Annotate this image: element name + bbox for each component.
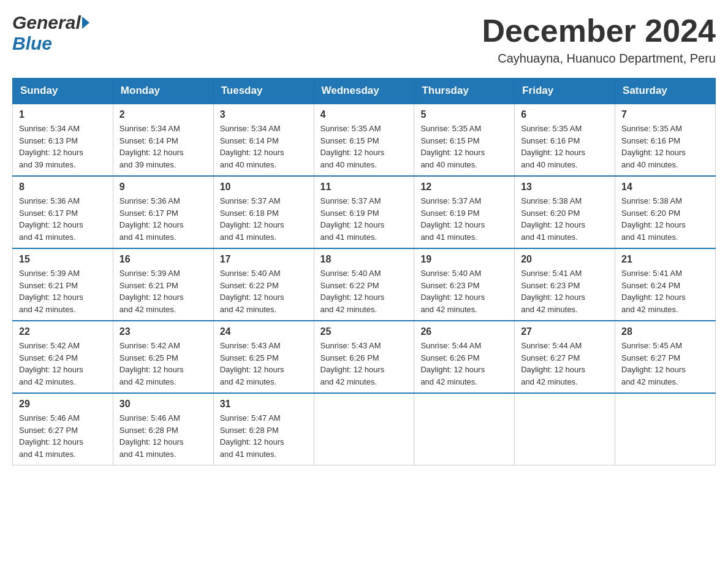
col-header-thursday: Thursday xyxy=(414,79,515,104)
logo-blue-text: Blue xyxy=(12,33,52,53)
day-number: 27 xyxy=(521,326,609,337)
day-number: 26 xyxy=(420,326,508,337)
calendar-cell: 4 Sunrise: 5:35 AMSunset: 6:15 PMDayligh… xyxy=(314,104,414,176)
calendar-cell: 28 Sunrise: 5:45 AMSunset: 6:27 PMDaylig… xyxy=(615,321,716,393)
day-number: 21 xyxy=(621,254,709,265)
calendar-cell: 22 Sunrise: 5:42 AMSunset: 6:24 PMDaylig… xyxy=(13,321,113,393)
day-info: Sunrise: 5:40 AMSunset: 6:22 PMDaylight:… xyxy=(220,267,308,315)
calendar-cell: 16 Sunrise: 5:39 AMSunset: 6:21 PMDaylig… xyxy=(113,248,213,321)
day-number: 9 xyxy=(119,182,207,193)
calendar-cell: 23 Sunrise: 5:42 AMSunset: 6:25 PMDaylig… xyxy=(113,321,213,393)
day-number: 15 xyxy=(19,254,107,265)
calendar-cell: 5 Sunrise: 5:35 AMSunset: 6:15 PMDayligh… xyxy=(414,104,515,176)
page-header: General Blue December 2024 Cayhuayna, Hu… xyxy=(12,12,716,66)
month-title: December 2024 xyxy=(482,12,716,49)
calendar-cell: 3 Sunrise: 5:34 AMSunset: 6:14 PMDayligh… xyxy=(213,104,314,176)
logo-arrow-icon xyxy=(82,17,89,29)
calendar-cell: 13 Sunrise: 5:38 AMSunset: 6:20 PMDaylig… xyxy=(515,176,615,248)
calendar-cell: 8 Sunrise: 5:36 AMSunset: 6:17 PMDayligh… xyxy=(13,176,113,248)
calendar-cell: 6 Sunrise: 5:35 AMSunset: 6:16 PMDayligh… xyxy=(515,104,615,176)
day-info: Sunrise: 5:34 AMSunset: 6:13 PMDaylight:… xyxy=(19,123,107,170)
calendar-week-5: 29 Sunrise: 5:46 AMSunset: 6:27 PMDaylig… xyxy=(13,393,716,465)
day-number: 14 xyxy=(621,182,709,193)
day-number: 30 xyxy=(119,399,207,410)
calendar-cell: 2 Sunrise: 5:34 AMSunset: 6:14 PMDayligh… xyxy=(113,104,213,176)
col-header-friday: Friday xyxy=(515,79,615,104)
day-info: Sunrise: 5:37 AMSunset: 6:18 PMDaylight:… xyxy=(220,195,308,243)
day-number: 25 xyxy=(320,326,408,337)
day-number: 4 xyxy=(320,109,408,120)
day-number: 24 xyxy=(220,326,308,337)
calendar-cell: 24 Sunrise: 5:43 AMSunset: 6:25 PMDaylig… xyxy=(213,321,314,393)
day-info: Sunrise: 5:46 AMSunset: 6:27 PMDaylight:… xyxy=(19,412,107,460)
day-number: 2 xyxy=(119,109,207,120)
calendar-cell: 7 Sunrise: 5:35 AMSunset: 6:16 PMDayligh… xyxy=(615,104,716,176)
calendar-week-4: 22 Sunrise: 5:42 AMSunset: 6:24 PMDaylig… xyxy=(13,321,716,393)
day-number: 28 xyxy=(621,326,709,337)
day-info: Sunrise: 5:36 AMSunset: 6:17 PMDaylight:… xyxy=(19,195,107,243)
calendar-cell: 27 Sunrise: 5:44 AMSunset: 6:27 PMDaylig… xyxy=(515,321,615,393)
day-info: Sunrise: 5:43 AMSunset: 6:26 PMDaylight:… xyxy=(320,340,408,388)
day-number: 3 xyxy=(220,109,308,120)
calendar-cell: 19 Sunrise: 5:40 AMSunset: 6:23 PMDaylig… xyxy=(414,248,515,321)
day-info: Sunrise: 5:35 AMSunset: 6:15 PMDaylight:… xyxy=(420,123,508,170)
calendar-cell xyxy=(314,393,414,465)
day-number: 20 xyxy=(521,254,609,265)
day-number: 11 xyxy=(320,182,408,193)
day-info: Sunrise: 5:44 AMSunset: 6:27 PMDaylight:… xyxy=(521,340,609,388)
day-info: Sunrise: 5:37 AMSunset: 6:19 PMDaylight:… xyxy=(420,195,508,243)
day-info: Sunrise: 5:36 AMSunset: 6:17 PMDaylight:… xyxy=(119,195,207,243)
day-info: Sunrise: 5:44 AMSunset: 6:26 PMDaylight:… xyxy=(420,340,508,388)
calendar-cell: 14 Sunrise: 5:38 AMSunset: 6:20 PMDaylig… xyxy=(615,176,716,248)
day-info: Sunrise: 5:47 AMSunset: 6:28 PMDaylight:… xyxy=(220,412,308,460)
calendar-cell: 31 Sunrise: 5:47 AMSunset: 6:28 PMDaylig… xyxy=(213,393,314,465)
day-info: Sunrise: 5:38 AMSunset: 6:20 PMDaylight:… xyxy=(521,195,609,243)
day-info: Sunrise: 5:41 AMSunset: 6:23 PMDaylight:… xyxy=(521,267,609,315)
calendar-cell: 30 Sunrise: 5:46 AMSunset: 6:28 PMDaylig… xyxy=(113,393,213,465)
calendar-cell: 1 Sunrise: 5:34 AMSunset: 6:13 PMDayligh… xyxy=(13,104,113,176)
day-info: Sunrise: 5:38 AMSunset: 6:20 PMDaylight:… xyxy=(621,195,709,243)
day-info: Sunrise: 5:42 AMSunset: 6:24 PMDaylight:… xyxy=(19,340,107,388)
calendar-cell: 17 Sunrise: 5:40 AMSunset: 6:22 PMDaylig… xyxy=(213,248,314,321)
day-info: Sunrise: 5:35 AMSunset: 6:16 PMDaylight:… xyxy=(621,123,709,170)
day-info: Sunrise: 5:39 AMSunset: 6:21 PMDaylight:… xyxy=(19,267,107,315)
col-header-saturday: Saturday xyxy=(615,79,716,104)
day-number: 12 xyxy=(420,182,508,193)
day-info: Sunrise: 5:45 AMSunset: 6:27 PMDaylight:… xyxy=(621,340,709,388)
calendar-week-2: 8 Sunrise: 5:36 AMSunset: 6:17 PMDayligh… xyxy=(13,176,716,248)
day-number: 22 xyxy=(19,326,107,337)
day-number: 29 xyxy=(19,399,107,410)
day-info: Sunrise: 5:43 AMSunset: 6:25 PMDaylight:… xyxy=(220,340,308,388)
calendar-cell: 10 Sunrise: 5:37 AMSunset: 6:18 PMDaylig… xyxy=(213,176,314,248)
calendar-cell xyxy=(615,393,716,465)
col-header-sunday: Sunday xyxy=(13,79,113,104)
day-number: 1 xyxy=(19,109,107,120)
calendar-cell xyxy=(515,393,615,465)
col-header-wednesday: Wednesday xyxy=(314,79,414,104)
day-info: Sunrise: 5:40 AMSunset: 6:23 PMDaylight:… xyxy=(420,267,508,315)
calendar-cell: 20 Sunrise: 5:41 AMSunset: 6:23 PMDaylig… xyxy=(515,248,615,321)
calendar-cell: 15 Sunrise: 5:39 AMSunset: 6:21 PMDaylig… xyxy=(13,248,113,321)
calendar-cell: 18 Sunrise: 5:40 AMSunset: 6:22 PMDaylig… xyxy=(314,248,414,321)
calendar-cell: 21 Sunrise: 5:41 AMSunset: 6:24 PMDaylig… xyxy=(615,248,716,321)
col-header-monday: Monday xyxy=(113,79,213,104)
day-info: Sunrise: 5:42 AMSunset: 6:25 PMDaylight:… xyxy=(119,340,207,388)
calendar-header-row: SundayMondayTuesdayWednesdayThursdayFrid… xyxy=(13,79,716,104)
day-number: 13 xyxy=(521,182,609,193)
day-number: 18 xyxy=(320,254,408,265)
calendar-week-1: 1 Sunrise: 5:34 AMSunset: 6:13 PMDayligh… xyxy=(13,104,716,176)
day-info: Sunrise: 5:40 AMSunset: 6:22 PMDaylight:… xyxy=(320,267,408,315)
day-info: Sunrise: 5:35 AMSunset: 6:15 PMDaylight:… xyxy=(320,123,408,170)
day-info: Sunrise: 5:41 AMSunset: 6:24 PMDaylight:… xyxy=(621,267,709,315)
day-number: 6 xyxy=(521,109,609,120)
logo-general-text: General xyxy=(12,12,81,33)
calendar-cell: 12 Sunrise: 5:37 AMSunset: 6:19 PMDaylig… xyxy=(414,176,515,248)
day-info: Sunrise: 5:34 AMSunset: 6:14 PMDaylight:… xyxy=(119,123,207,170)
day-number: 16 xyxy=(119,254,207,265)
day-number: 17 xyxy=(220,254,308,265)
logo: General Blue xyxy=(12,12,89,54)
day-number: 10 xyxy=(220,182,308,193)
col-header-tuesday: Tuesday xyxy=(213,79,314,104)
day-number: 7 xyxy=(621,109,709,120)
calendar-cell: 9 Sunrise: 5:36 AMSunset: 6:17 PMDayligh… xyxy=(113,176,213,248)
